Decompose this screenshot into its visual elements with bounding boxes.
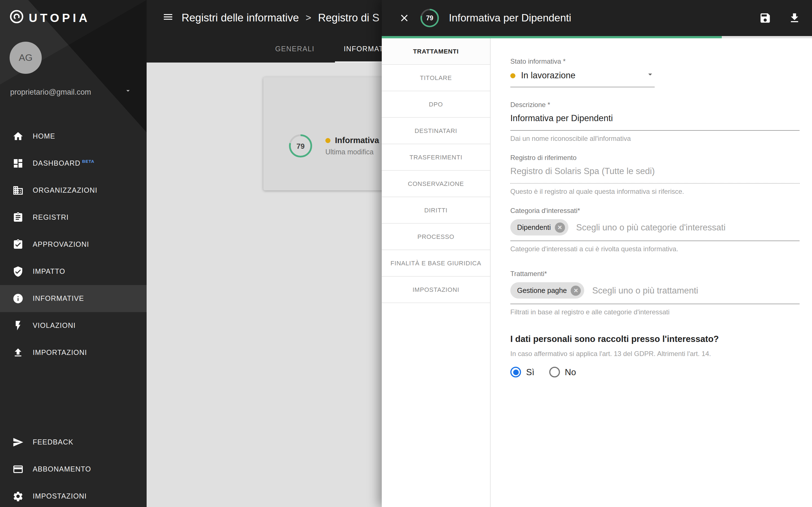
question-text: I dati personali sono raccolti presso l'… [510, 334, 800, 344]
chip-dipendenti: Dipendenti × [510, 219, 568, 235]
sidebar-item-dashboard[interactable]: DASHBOARDBETA [0, 150, 147, 177]
account-menu[interactable]: proprietario@gmail.com [0, 87, 147, 97]
upload-icon [12, 347, 24, 358]
app-logo[interactable]: UTOPIA [9, 9, 90, 26]
sidebar-item-label: REGISTRI [33, 214, 69, 221]
save-icon[interactable] [759, 12, 771, 24]
sidebar-item-feedback[interactable]: FEEDBACK [0, 429, 147, 456]
breadcrumb-registri[interactable]: Registri delle informative [182, 12, 299, 24]
breadcrumb: Registri delle informative > Registro di… [182, 12, 379, 24]
sidebar-item-label: APPROVAZIONI [33, 240, 89, 248]
categoria-helper: Categorie d'interessati a cui è rivolta … [510, 245, 800, 253]
sidebar-item-label: IMPOSTAZIONI [33, 492, 87, 500]
panel-nav-diritti[interactable]: DIRITTI [382, 197, 490, 224]
sidebar-item-organizzazioni[interactable]: ORGANIZZAZIONI [0, 177, 147, 204]
sidebar-item-informative[interactable]: INFORMATIVE [0, 285, 147, 312]
sidebar-menu: HOME DASHBOARDBETA ORGANIZZAZIONI REGIST… [0, 123, 147, 366]
sidebar-item-importazioni[interactable]: IMPORTAZIONI [0, 339, 147, 366]
panel-nav-processo[interactable]: PROCESSO [382, 224, 490, 250]
sidebar: UTOPIA AG proprietario@gmail.com HOME DA… [0, 0, 147, 507]
panel-title: Informativa per Dipendenti [449, 12, 571, 24]
informativa-card-inner: 79 Informativa Ultima modifica [288, 133, 379, 158]
panel-nav-dpo[interactable]: DPO [382, 91, 490, 118]
gear-icon [12, 491, 24, 502]
card-text: Informativa Ultima modifica [325, 136, 379, 156]
chip-label: Gestione paghe [517, 286, 567, 294]
field-stato: Stato informativa * In lavorazione [510, 57, 800, 87]
send-icon [12, 437, 24, 448]
avatar[interactable]: AG [10, 42, 42, 74]
panel-nav-trattamenti[interactable]: TRATTAMENTI [382, 38, 490, 65]
chip-gestione-paghe: Gestione paghe × [510, 282, 585, 298]
menu-icon[interactable] [162, 11, 174, 25]
categoria-label: Categoria d'interessati* [510, 207, 800, 215]
clipboard-icon [12, 212, 24, 223]
panel-body: TRATTAMENTI TITOLARE DPO DESTINATARI TRA… [382, 38, 812, 507]
sidebar-item-label: DASHBOARDBETA [33, 159, 94, 168]
categoria-input[interactable]: Dipendenti × Scegli uno o più categorie … [510, 219, 800, 241]
radio-group: Sì No [510, 367, 800, 378]
score-value: 79 [288, 133, 313, 158]
panel-score-ring: 79 [419, 8, 440, 28]
sidebar-item-abbonamento[interactable]: ABBONAMENTO [0, 456, 147, 483]
home-icon [12, 131, 24, 142]
trattamenti-input[interactable]: Gestione paghe × Scegli uno o più tratta… [510, 282, 800, 304]
card-icon [12, 464, 24, 475]
logo-icon [9, 9, 24, 26]
logo-text: UTOPIA [29, 11, 90, 24]
close-icon[interactable] [399, 12, 410, 24]
descrizione-helper: Dai un nome riconoscibile all'informativ… [510, 135, 800, 143]
tab-generali[interactable]: GENERALI [266, 36, 323, 62]
download-icon[interactable] [788, 12, 801, 24]
panel-nav-titolare[interactable]: TITOLARE [382, 65, 490, 91]
panel-section-nav: TRATTAMENTI TITOLARE DPO DESTINATARI TRA… [382, 38, 491, 507]
sidebar-item-label: FEEDBACK [33, 438, 73, 446]
stato-value: In lavorazione [521, 70, 575, 80]
breadcrumb-separator: > [306, 12, 311, 24]
sidebar-item-label: INFORMATIVE [33, 295, 84, 302]
radio-no-label: No [565, 367, 576, 377]
sidebar-item-label: ORGANIZZAZIONI [33, 186, 97, 194]
sidebar-item-violazioni[interactable]: VIOLAZIONI [0, 312, 147, 339]
trattamenti-placeholder: Scegli uno o più trattamenti [592, 285, 698, 295]
sidebar-item-impatto[interactable]: IMPATTO [0, 258, 147, 285]
panel-nav-trasferimenti[interactable]: TRASFERIMENTI [382, 144, 490, 171]
descrizione-input[interactable]: Informativa per Dipendenti [510, 113, 800, 131]
trattamenti-helper: Filtrati in base al registro e alle cate… [510, 308, 800, 316]
informativa-form: Stato informativa * In lavorazione Descr… [491, 38, 812, 507]
radio-si-label: Sì [526, 367, 534, 377]
panel-nav-finalita[interactable]: FINALITÀ E BASE GIURIDICA [382, 250, 490, 277]
breadcrumb-current: Registro di S [318, 12, 379, 24]
panel-nav-conservazione[interactable]: CONSERVAZIONE [382, 171, 490, 197]
sidebar-footer-menu: FEEDBACK ABBONAMENTO IMPOSTAZIONI [0, 429, 147, 507]
radio-unselected-icon [549, 367, 560, 378]
chip-remove-icon[interactable]: × [555, 222, 565, 232]
beta-badge: BETA [82, 159, 94, 164]
shield-check-icon [12, 266, 24, 277]
question-helper: In caso affermativo si applica l'art. 13… [510, 350, 800, 358]
building-icon [12, 185, 24, 196]
sidebar-item-label: IMPATTO [33, 268, 65, 276]
chip-remove-icon[interactable]: × [571, 285, 581, 295]
bolt-icon [12, 320, 24, 331]
panel-nav-destinatari[interactable]: DESTINATARI [382, 118, 490, 144]
field-categoria: Categoria d'interessati* Dipendenti × Sc… [510, 207, 800, 253]
radio-si[interactable]: Sì [510, 367, 534, 378]
stato-select[interactable]: In lavorazione [510, 70, 655, 87]
sidebar-item-registri[interactable]: REGISTRI [0, 204, 147, 231]
status-dot [325, 138, 331, 143]
card-title: Informativa [335, 136, 379, 145]
dashboard-icon [12, 158, 24, 169]
completion-progress-bar [382, 36, 812, 38]
status-dot [510, 73, 515, 78]
field-trattamenti: Trattamenti* Gestione paghe × Scegli uno… [510, 270, 800, 316]
registro-label: Registro di riferimento [510, 154, 800, 162]
sidebar-item-label: IMPORTAZIONI [33, 349, 87, 356]
panel-nav-impostazioni[interactable]: IMPOSTAZIONI [382, 277, 490, 303]
radio-no[interactable]: No [549, 367, 576, 378]
sidebar-item-approvazioni[interactable]: APPROVAZIONI [0, 231, 147, 258]
panel-header: 79 Informativa per Dipendenti [382, 0, 812, 36]
sidebar-item-impostazioni[interactable]: IMPOSTAZIONI [0, 483, 147, 507]
sidebar-item-home[interactable]: HOME [0, 123, 147, 150]
account-email: proprietario@gmail.com [10, 88, 91, 96]
